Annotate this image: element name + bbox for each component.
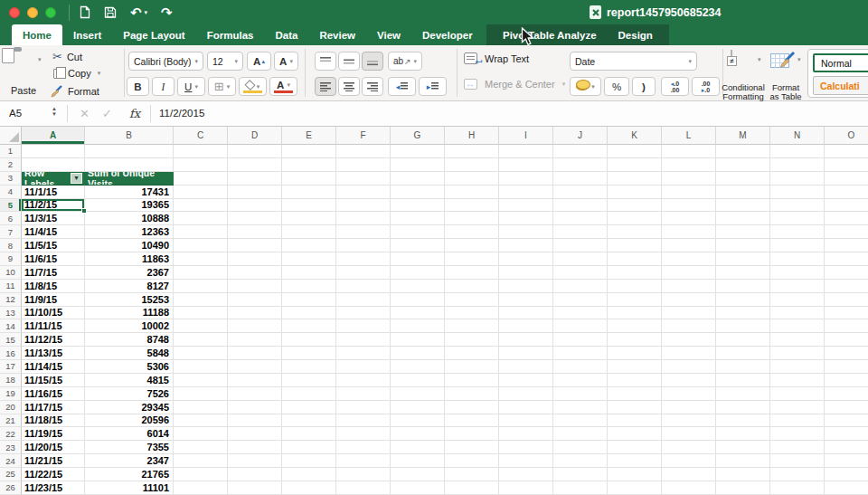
cell-B23[interactable]: 7355: [85, 441, 174, 454]
cell-K11[interactable]: [608, 280, 662, 293]
cell-A15[interactable]: 11/12/15: [22, 333, 85, 347]
cell-I10[interactable]: [499, 266, 553, 280]
cell-H6[interactable]: [445, 212, 499, 225]
cell-K23[interactable]: [608, 441, 662, 454]
cell-N23[interactable]: [770, 441, 825, 454]
cell-E9[interactable]: [282, 252, 336, 266]
cell-D20[interactable]: [228, 401, 282, 414]
cell-A13[interactable]: 11/10/15: [22, 307, 85, 320]
cell-L4[interactable]: [662, 186, 716, 199]
cell-E20[interactable]: [282, 401, 336, 414]
column-header-d[interactable]: D: [228, 127, 282, 145]
cell-J23[interactable]: [553, 441, 608, 454]
cell-J20[interactable]: [553, 401, 608, 414]
cell-F1[interactable]: [336, 145, 391, 158]
format-as-table-label[interactable]: Format as Table: [762, 83, 809, 101]
cell-L2[interactable]: [662, 158, 716, 172]
cell-L25[interactable]: [662, 468, 716, 481]
column-header-a[interactable]: A: [22, 127, 85, 145]
cell-C6[interactable]: [174, 212, 228, 225]
column-header-o[interactable]: O: [825, 127, 868, 145]
cell-I23[interactable]: [499, 441, 553, 454]
cell-B21[interactable]: 20596: [85, 414, 174, 428]
cell-L13[interactable]: [662, 307, 716, 320]
cell-J16[interactable]: [553, 347, 608, 360]
undo-button[interactable]: ↶▾: [130, 5, 147, 19]
cell-N16[interactable]: [770, 347, 825, 360]
cell-J15[interactable]: [553, 333, 608, 347]
cell-N22[interactable]: [770, 427, 825, 441]
cell-J25[interactable]: [553, 468, 608, 481]
cell-M20[interactable]: [716, 401, 770, 414]
cell-H18[interactable]: [445, 374, 499, 387]
cell-M16[interactable]: [716, 347, 770, 360]
cell-O12[interactable]: [825, 293, 868, 307]
column-header-b[interactable]: B: [85, 127, 174, 145]
cell-O14[interactable]: [825, 319, 868, 333]
minimize-window-button[interactable]: [27, 7, 38, 18]
row-header-20[interactable]: 20: [0, 401, 22, 414]
paste-label[interactable]: Paste: [4, 85, 43, 96]
cell-M26[interactable]: [716, 481, 770, 495]
cell-J11[interactable]: [553, 280, 608, 293]
cell-C16[interactable]: [174, 347, 228, 360]
cell-L9[interactable]: [662, 252, 716, 266]
cell-G25[interactable]: [391, 468, 445, 481]
column-header-l[interactable]: L: [662, 127, 716, 145]
cell-J8[interactable]: [553, 239, 608, 252]
paste-dropdown-caret-icon[interactable]: ▾: [38, 56, 42, 63]
cell-E21[interactable]: [282, 414, 336, 428]
cell-G18[interactable]: [391, 374, 445, 387]
cell-F12[interactable]: [336, 293, 391, 307]
cell-D26[interactable]: [228, 481, 282, 495]
cell-I15[interactable]: [499, 333, 553, 347]
cell-B26[interactable]: 11101: [85, 481, 174, 495]
cell-M15[interactable]: [716, 333, 770, 347]
cell-N3[interactable]: [770, 172, 825, 186]
cell-O15[interactable]: [825, 333, 868, 347]
cell-I7[interactable]: [499, 225, 553, 239]
cell-F17[interactable]: [336, 360, 391, 374]
column-header-e[interactable]: E: [282, 127, 336, 145]
cell-H23[interactable]: [445, 441, 499, 454]
cell-F24[interactable]: [336, 454, 391, 468]
shrink-font-button[interactable]: A ▾: [274, 52, 298, 71]
cell-L20[interactable]: [662, 401, 716, 414]
merge-center-button[interactable]: ↔ Merge & Center ▾: [464, 79, 565, 90]
cell-J9[interactable]: [553, 252, 608, 266]
cell-M3[interactable]: [716, 172, 770, 186]
cell-F21[interactable]: [336, 414, 391, 428]
font-color-button[interactable]: A ▾: [269, 77, 297, 96]
cell-B20[interactable]: 29345: [85, 401, 174, 414]
cell-G20[interactable]: [391, 401, 445, 414]
cell-F9[interactable]: [336, 252, 391, 266]
cell-C23[interactable]: [174, 441, 228, 454]
column-header-k[interactable]: K: [608, 127, 662, 145]
cell-O1[interactable]: [825, 145, 868, 158]
cell-N17[interactable]: [770, 360, 825, 374]
cell-F11[interactable]: [336, 280, 391, 293]
row-header-25[interactable]: 25: [0, 468, 22, 481]
cell-B1[interactable]: [85, 145, 174, 158]
cell-L15[interactable]: [662, 333, 716, 347]
cell-K6[interactable]: [608, 212, 662, 225]
cell-N10[interactable]: [770, 266, 825, 280]
cell-O24[interactable]: [825, 454, 868, 468]
cell-A7[interactable]: 11/4/15: [22, 225, 85, 239]
column-header-h[interactable]: H: [445, 127, 499, 145]
align-right-button[interactable]: [362, 77, 383, 96]
row-header-23[interactable]: 23: [0, 441, 22, 454]
cell-C20[interactable]: [174, 401, 228, 414]
cell-K22[interactable]: [608, 427, 662, 441]
cell-D13[interactable]: [228, 307, 282, 320]
fill-color-button[interactable]: ▾: [239, 77, 267, 96]
percent-format-button[interactable]: %: [604, 77, 629, 96]
cell-E3[interactable]: [282, 172, 336, 186]
cell-L16[interactable]: [662, 347, 716, 360]
cell-D6[interactable]: [228, 212, 282, 225]
cell-I16[interactable]: [499, 347, 553, 360]
cell-F22[interactable]: [336, 427, 391, 441]
cell-L6[interactable]: [662, 212, 716, 225]
cell-B9[interactable]: 11863: [85, 252, 174, 266]
save-icon[interactable]: [104, 6, 117, 19]
